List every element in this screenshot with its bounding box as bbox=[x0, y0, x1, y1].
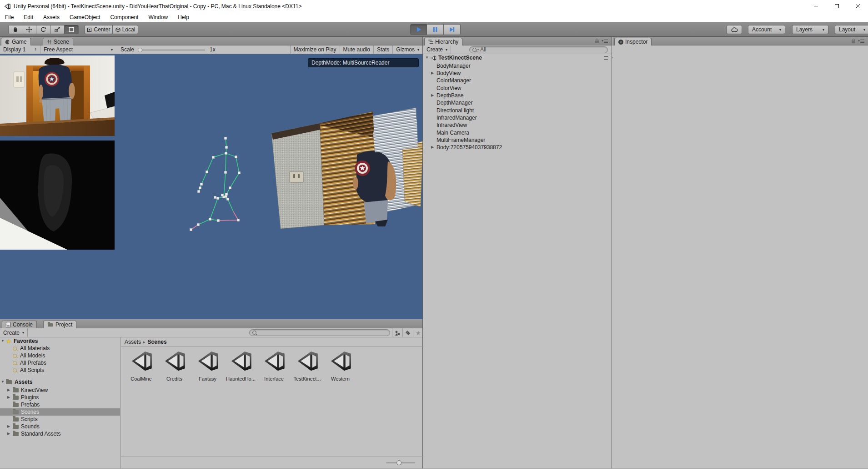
minimize-button[interactable] bbox=[805, 0, 826, 12]
expand-triangle-icon[interactable]: ▶ bbox=[7, 432, 10, 436]
kinect-skeleton bbox=[182, 130, 273, 236]
move-tool-button[interactable] bbox=[22, 25, 36, 34]
rect-tool-button[interactable] bbox=[65, 25, 79, 34]
depthmode-overlay-label: DepthMode: MultiSourceReader bbox=[308, 58, 419, 67]
menu-help[interactable]: Help bbox=[173, 12, 194, 22]
favorite-search-button[interactable]: ★ bbox=[413, 328, 423, 337]
gizmos-dropdown[interactable]: Gizmos▾ bbox=[393, 45, 422, 54]
panel-menu-icon[interactable]: ▾ bbox=[858, 39, 864, 43]
expand-triangle-icon[interactable]: ▶ bbox=[7, 425, 10, 428]
menu-gameobject[interactable]: GameObject bbox=[65, 12, 105, 22]
asset-scene-file[interactable]: Interface bbox=[257, 349, 291, 382]
expand-triangle-icon[interactable]: ▼ bbox=[1, 380, 5, 384]
step-button[interactable] bbox=[444, 24, 461, 35]
icon-size-slider[interactable] bbox=[121, 457, 423, 468]
lock-icon[interactable] bbox=[595, 40, 599, 43]
hierarchy-item[interactable]: Directional light bbox=[423, 107, 612, 114]
tab-console[interactable]: Console bbox=[2, 321, 37, 328]
hierarchy-item[interactable]: ▶DepthBase bbox=[423, 92, 612, 99]
layers-dropdown[interactable]: Layers▾ bbox=[792, 25, 828, 34]
menu-component[interactable]: Component bbox=[105, 12, 143, 22]
expand-triangle-icon[interactable]: ▶ bbox=[7, 396, 10, 399]
tab-hierarchy[interactable]: Hierarchy bbox=[424, 38, 462, 45]
menu-file[interactable]: File bbox=[0, 12, 19, 22]
project-search-input[interactable] bbox=[249, 329, 390, 336]
scene-menu-icon[interactable]: ▾ bbox=[604, 56, 608, 60]
scale-tool-button[interactable] bbox=[50, 25, 65, 34]
hand-tool-button[interactable] bbox=[8, 25, 22, 34]
asset-scene-file[interactable]: TestKinect... bbox=[291, 349, 324, 382]
maximize-button[interactable] bbox=[826, 0, 847, 12]
hierarchy-item[interactable]: InfraredView bbox=[423, 121, 612, 129]
asset-scene-file[interactable]: Credits bbox=[158, 349, 191, 382]
expand-triangle-icon[interactable]: ▶ bbox=[7, 388, 10, 392]
hierarchy-create-button[interactable]: Create▾ bbox=[423, 45, 451, 54]
hierarchy-item[interactable]: InfraredManager bbox=[423, 114, 612, 121]
space-local-label: Local bbox=[122, 26, 135, 33]
asset-scene-file[interactable]: HauntedHo... bbox=[224, 349, 257, 382]
breadcrumb-current[interactable]: Scenes bbox=[148, 339, 167, 345]
unity-scene-icon bbox=[262, 349, 286, 373]
hierarchy-item[interactable]: ▶Body:72057594037938872 bbox=[423, 144, 612, 151]
hierarchy-item[interactable]: ColorView bbox=[423, 85, 612, 92]
step-icon bbox=[448, 26, 456, 33]
display-dropdown[interactable]: Display 1⇕ bbox=[0, 45, 40, 54]
asset-scene-file[interactable]: CoalMine bbox=[125, 349, 158, 382]
hierarchy-item[interactable]: BodyManager bbox=[423, 62, 612, 70]
rect-tool-icon bbox=[68, 26, 75, 33]
panel-menu-icon[interactable]: ▾ bbox=[602, 39, 608, 43]
tab-inspector[interactable]: i Inspector bbox=[614, 38, 652, 45]
cloud-button[interactable] bbox=[727, 25, 742, 34]
maximize-on-play-button[interactable]: Maximize on Play bbox=[291, 45, 340, 54]
layout-dropdown[interactable]: Layout▾ bbox=[835, 25, 868, 34]
tab-game[interactable]: Game bbox=[1, 38, 31, 45]
expand-triangle-icon[interactable]: ▶ bbox=[431, 71, 434, 75]
expand-triangle-icon[interactable]: ▼ bbox=[425, 56, 429, 60]
menu-edit[interactable]: Edit bbox=[19, 12, 38, 22]
breadcrumb: Assets ▸ Scenes bbox=[121, 337, 423, 346]
rotate-tool-button[interactable] bbox=[36, 25, 50, 34]
close-button[interactable] bbox=[847, 0, 868, 12]
tab-scene[interactable]: Scene bbox=[43, 38, 73, 45]
play-icon bbox=[415, 26, 422, 33]
main-toolbar: Center Local Account▾ bbox=[0, 22, 868, 37]
hierarchy-item[interactable]: MultiFrameManager bbox=[423, 136, 612, 144]
account-dropdown[interactable]: Account▾ bbox=[748, 25, 785, 34]
hierarchy-item[interactable]: DepthManager bbox=[423, 99, 612, 106]
lock-icon[interactable] bbox=[852, 40, 855, 43]
scale-slider[interactable] bbox=[138, 45, 206, 54]
folder-icon bbox=[13, 403, 19, 407]
inspector-info-icon: i bbox=[618, 40, 623, 45]
space-local-button[interactable]: Local bbox=[113, 25, 138, 34]
breadcrumb-root[interactable]: Assets bbox=[125, 339, 141, 345]
expand-triangle-icon[interactable]: ▶ bbox=[431, 94, 434, 97]
search-by-label-button[interactable] bbox=[402, 328, 413, 337]
hierarchy-search-input[interactable]: ▾ All bbox=[469, 46, 608, 53]
mute-audio-button[interactable]: Mute audio bbox=[340, 45, 373, 54]
hierarchy-item[interactable]: Main Camera bbox=[423, 129, 612, 136]
console-doc-icon bbox=[6, 322, 10, 327]
asset-scene-file[interactable]: Western bbox=[324, 349, 357, 382]
hierarchy-item[interactable]: ▶BodyView bbox=[423, 70, 612, 77]
pause-button[interactable] bbox=[427, 24, 444, 35]
asset-scene-file[interactable]: Fantasy bbox=[191, 349, 224, 382]
menu-window[interactable]: Window bbox=[143, 12, 173, 22]
unity-scene-icon bbox=[329, 349, 352, 373]
stats-button[interactable]: Stats bbox=[374, 45, 392, 54]
hierarchy-item[interactable]: ColorManager bbox=[423, 77, 612, 84]
aspect-dropdown[interactable]: Free Aspect▾ bbox=[40, 45, 116, 54]
expand-triangle-icon[interactable]: ▼ bbox=[1, 339, 5, 343]
hierarchy-root-row[interactable]: ▼ TestKinectScene ▾ bbox=[423, 54, 612, 61]
tab-project[interactable]: Project bbox=[43, 321, 76, 328]
project-create-button[interactable]: Create▾ bbox=[0, 328, 28, 337]
play-button[interactable] bbox=[410, 24, 427, 35]
account-label: Account bbox=[752, 26, 772, 33]
expand-triangle-icon[interactable]: ▶ bbox=[431, 146, 434, 149]
project-footer-bar bbox=[121, 457, 423, 468]
rotate-icon bbox=[40, 26, 46, 33]
pivot-center-button[interactable]: Center bbox=[85, 25, 113, 34]
folder-item-selected[interactable]: Scenes bbox=[0, 408, 120, 416]
game-panel: Game Scene Display 1⇕ Free Aspect▾ Scale… bbox=[0, 37, 423, 319]
search-by-type-button[interactable] bbox=[392, 328, 402, 337]
menu-assets[interactable]: Assets bbox=[38, 12, 65, 22]
